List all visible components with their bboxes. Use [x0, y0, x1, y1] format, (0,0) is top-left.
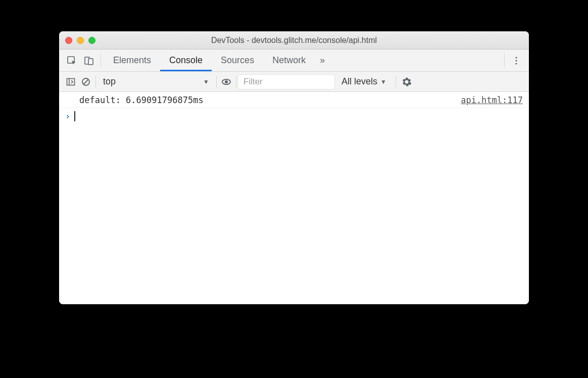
text-cursor [74, 111, 75, 121]
maximize-window-button[interactable] [88, 37, 95, 44]
dropdown-triangle-icon: ▼ [203, 78, 209, 85]
devtools-window: DevTools - devtools.glitch.me/console/ap… [59, 31, 529, 304]
divider [396, 76, 396, 88]
svg-point-9 [225, 80, 228, 83]
divider [101, 54, 101, 67]
console-output: default: 6.69091796875ms api.html:117 › [59, 92, 529, 304]
console-toolbar: top ▼ All levels ▼ [59, 72, 529, 92]
titlebar: DevTools - devtools.glitch.me/console/ap… [59, 31, 529, 50]
divider [236, 76, 236, 88]
log-source-link[interactable]: api.html:117 [461, 95, 523, 105]
toggle-sidebar-icon[interactable] [63, 77, 78, 86]
prompt-chevron-icon: › [65, 111, 70, 121]
divider [504, 54, 505, 67]
log-levels-selector[interactable]: All levels ▼ [334, 76, 394, 87]
filter-input[interactable] [238, 75, 334, 89]
close-window-button[interactable] [65, 37, 72, 44]
window-controls [65, 37, 95, 44]
clear-console-icon[interactable] [78, 77, 93, 86]
device-toolbar-icon[interactable] [80, 50, 97, 71]
tab-bar: Elements Console Sources Network » [59, 50, 529, 72]
tab-elements[interactable]: Elements [104, 50, 160, 71]
window-title: DevTools - devtools.glitch.me/console/ap… [59, 36, 529, 45]
svg-point-5 [515, 63, 517, 64]
svg-point-4 [515, 60, 517, 61]
more-tabs-button[interactable]: » [315, 50, 330, 71]
gear-icon [402, 77, 412, 87]
tab-sources[interactable]: Sources [212, 50, 263, 71]
console-settings-button[interactable] [398, 77, 415, 87]
divider [216, 76, 217, 88]
kebab-icon [512, 56, 521, 65]
svg-rect-2 [88, 59, 93, 65]
log-message: default: 6.69091796875ms [79, 95, 204, 105]
tab-console[interactable]: Console [160, 50, 212, 71]
minimize-window-button[interactable] [77, 37, 84, 44]
context-selector[interactable]: top ▼ [98, 76, 214, 87]
levels-label: All levels [341, 76, 377, 87]
dropdown-triangle-icon: ▼ [380, 78, 386, 85]
svg-point-3 [515, 57, 517, 58]
live-expression-icon[interactable] [219, 77, 234, 87]
divider [95, 76, 96, 88]
tab-network[interactable]: Network [263, 50, 315, 71]
context-label: top [103, 76, 116, 87]
panel-tabs: Elements Console Sources Network » [104, 50, 330, 71]
inspect-element-icon[interactable] [63, 50, 80, 71]
svg-rect-6 [67, 78, 75, 85]
log-entry: default: 6.69091796875ms api.html:117 [59, 92, 529, 108]
tabbar-right [501, 50, 525, 71]
chevron-double-right-icon: » [320, 55, 325, 66]
menu-button[interactable] [508, 50, 525, 71]
console-prompt[interactable]: › [59, 108, 529, 124]
